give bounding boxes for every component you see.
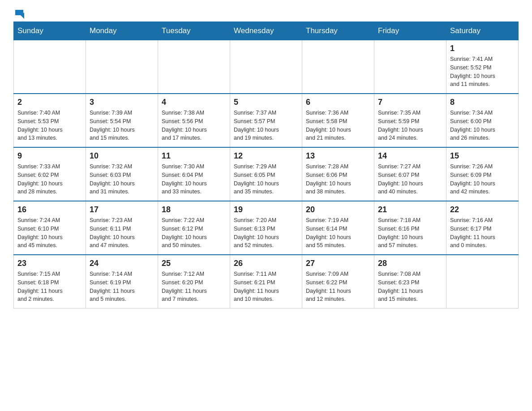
day-number: 18 xyxy=(162,205,226,214)
calendar-empty-cell xyxy=(86,40,158,94)
day-info: Sunrise: 7:14 AMSunset: 6:19 PMDaylight:… xyxy=(90,270,154,304)
day-number: 16 xyxy=(17,205,82,214)
day-info: Sunrise: 7:27 AMSunset: 6:07 PMDaylight:… xyxy=(378,163,442,196)
day-number: 24 xyxy=(90,259,154,268)
calendar-header-saturday: Saturday xyxy=(446,22,519,40)
page-header xyxy=(13,9,519,17)
day-number: 3 xyxy=(90,98,154,107)
calendar-header-monday: Monday xyxy=(86,22,158,40)
day-info: Sunrise: 7:15 AMSunset: 6:18 PMDaylight:… xyxy=(17,270,82,304)
calendar-week-row: 1Sunrise: 7:41 AMSunset: 5:52 PMDaylight… xyxy=(14,40,519,94)
day-info: Sunrise: 7:37 AMSunset: 5:57 PMDaylight:… xyxy=(234,109,298,142)
calendar-week-row: 2Sunrise: 7:40 AMSunset: 5:53 PMDaylight… xyxy=(14,94,519,147)
calendar-day-28: 28Sunrise: 7:08 AMSunset: 6:23 PMDayligh… xyxy=(374,255,446,308)
day-number: 4 xyxy=(162,98,226,107)
calendar-day-26: 26Sunrise: 7:11 AMSunset: 6:21 PMDayligh… xyxy=(230,255,302,308)
calendar-empty-cell xyxy=(14,40,86,94)
day-info: Sunrise: 7:34 AMSunset: 6:00 PMDaylight:… xyxy=(450,109,515,142)
calendar-day-7: 7Sunrise: 7:35 AMSunset: 5:59 PMDaylight… xyxy=(374,94,446,147)
calendar-day-15: 15Sunrise: 7:26 AMSunset: 6:09 PMDayligh… xyxy=(446,147,519,201)
calendar-header-sunday: Sunday xyxy=(14,22,86,40)
calendar-table: SundayMondayTuesdayWednesdayThursdayFrid… xyxy=(13,21,519,308)
day-number: 26 xyxy=(234,259,298,268)
day-info: Sunrise: 7:32 AMSunset: 6:03 PMDaylight:… xyxy=(90,163,154,196)
calendar-header-wednesday: Wednesday xyxy=(230,22,302,40)
day-number: 10 xyxy=(90,151,154,161)
calendar-day-4: 4Sunrise: 7:38 AMSunset: 5:56 PMDaylight… xyxy=(158,94,230,147)
day-info: Sunrise: 7:11 AMSunset: 6:21 PMDaylight:… xyxy=(234,270,298,304)
day-info: Sunrise: 7:29 AMSunset: 6:05 PMDaylight:… xyxy=(234,163,298,196)
day-info: Sunrise: 7:24 AMSunset: 6:10 PMDaylight:… xyxy=(17,216,82,250)
day-number: 7 xyxy=(378,98,442,107)
day-number: 17 xyxy=(90,205,154,214)
day-info: Sunrise: 7:16 AMSunset: 6:17 PMDaylight:… xyxy=(450,216,515,250)
day-number: 8 xyxy=(450,98,515,107)
calendar-day-27: 27Sunrise: 7:09 AMSunset: 6:22 PMDayligh… xyxy=(302,255,374,308)
day-number: 1 xyxy=(450,44,515,53)
calendar-day-6: 6Sunrise: 7:36 AMSunset: 5:58 PMDaylight… xyxy=(302,94,374,147)
calendar-day-12: 12Sunrise: 7:29 AMSunset: 6:05 PMDayligh… xyxy=(230,147,302,201)
day-number: 23 xyxy=(17,259,82,268)
calendar-day-16: 16Sunrise: 7:24 AMSunset: 6:10 PMDayligh… xyxy=(14,201,86,255)
calendar-day-23: 23Sunrise: 7:15 AMSunset: 6:18 PMDayligh… xyxy=(14,255,86,308)
calendar-day-14: 14Sunrise: 7:27 AMSunset: 6:07 PMDayligh… xyxy=(374,147,446,201)
calendar-day-18: 18Sunrise: 7:22 AMSunset: 6:12 PMDayligh… xyxy=(158,201,230,255)
calendar-day-13: 13Sunrise: 7:28 AMSunset: 6:06 PMDayligh… xyxy=(302,147,374,201)
calendar-day-17: 17Sunrise: 7:23 AMSunset: 6:11 PMDayligh… xyxy=(86,201,158,255)
calendar-day-21: 21Sunrise: 7:18 AMSunset: 6:16 PMDayligh… xyxy=(374,201,446,255)
calendar-header-friday: Friday xyxy=(374,22,446,40)
day-number: 2 xyxy=(17,98,82,107)
day-number: 28 xyxy=(378,259,442,268)
calendar-week-row: 23Sunrise: 7:15 AMSunset: 6:18 PMDayligh… xyxy=(14,255,519,308)
calendar-day-20: 20Sunrise: 7:19 AMSunset: 6:14 PMDayligh… xyxy=(302,201,374,255)
logo-flag-icon xyxy=(14,9,24,19)
calendar-empty-cell xyxy=(230,40,302,94)
calendar-empty-cell xyxy=(302,40,374,94)
day-info: Sunrise: 7:39 AMSunset: 5:54 PMDaylight:… xyxy=(90,109,154,142)
day-number: 27 xyxy=(306,259,370,268)
day-number: 22 xyxy=(450,205,515,214)
calendar-empty-cell xyxy=(446,255,519,308)
day-info: Sunrise: 7:18 AMSunset: 6:16 PMDaylight:… xyxy=(378,216,442,250)
day-number: 5 xyxy=(234,98,298,107)
day-info: Sunrise: 7:40 AMSunset: 5:53 PMDaylight:… xyxy=(17,109,82,142)
day-info: Sunrise: 7:12 AMSunset: 6:20 PMDaylight:… xyxy=(162,270,226,304)
calendar-day-10: 10Sunrise: 7:32 AMSunset: 6:03 PMDayligh… xyxy=(86,147,158,201)
day-number: 14 xyxy=(378,151,442,161)
calendar-day-8: 8Sunrise: 7:34 AMSunset: 6:00 PMDaylight… xyxy=(446,94,519,147)
calendar-day-5: 5Sunrise: 7:37 AMSunset: 5:57 PMDaylight… xyxy=(230,94,302,147)
day-info: Sunrise: 7:30 AMSunset: 6:04 PMDaylight:… xyxy=(162,163,226,196)
calendar-day-2: 2Sunrise: 7:40 AMSunset: 5:53 PMDaylight… xyxy=(14,94,86,147)
calendar-day-25: 25Sunrise: 7:12 AMSunset: 6:20 PMDayligh… xyxy=(158,255,230,308)
calendar-day-19: 19Sunrise: 7:20 AMSunset: 6:13 PMDayligh… xyxy=(230,201,302,255)
calendar-empty-cell xyxy=(374,40,446,94)
day-info: Sunrise: 7:08 AMSunset: 6:23 PMDaylight:… xyxy=(378,270,442,304)
day-number: 9 xyxy=(17,151,82,161)
day-number: 15 xyxy=(450,151,515,161)
day-info: Sunrise: 7:26 AMSunset: 6:09 PMDaylight:… xyxy=(450,163,515,196)
day-number: 6 xyxy=(306,98,370,107)
day-number: 25 xyxy=(162,259,226,268)
day-info: Sunrise: 7:22 AMSunset: 6:12 PMDaylight:… xyxy=(162,216,226,250)
day-info: Sunrise: 7:28 AMSunset: 6:06 PMDaylight:… xyxy=(306,163,370,196)
day-number: 19 xyxy=(234,205,298,214)
day-info: Sunrise: 7:33 AMSunset: 6:02 PMDaylight:… xyxy=(17,163,82,196)
day-number: 13 xyxy=(306,151,370,161)
day-info: Sunrise: 7:09 AMSunset: 6:22 PMDaylight:… xyxy=(306,270,370,304)
day-info: Sunrise: 7:41 AMSunset: 5:52 PMDaylight:… xyxy=(450,55,515,89)
calendar-day-3: 3Sunrise: 7:39 AMSunset: 5:54 PMDaylight… xyxy=(86,94,158,147)
day-number: 12 xyxy=(234,151,298,161)
calendar-day-11: 11Sunrise: 7:30 AMSunset: 6:04 PMDayligh… xyxy=(158,147,230,201)
calendar-empty-cell xyxy=(158,40,230,94)
day-number: 20 xyxy=(306,205,370,214)
day-info: Sunrise: 7:23 AMSunset: 6:11 PMDaylight:… xyxy=(90,216,154,250)
calendar-day-1: 1Sunrise: 7:41 AMSunset: 5:52 PMDaylight… xyxy=(446,40,519,94)
calendar-week-row: 16Sunrise: 7:24 AMSunset: 6:10 PMDayligh… xyxy=(14,201,519,255)
day-info: Sunrise: 7:36 AMSunset: 5:58 PMDaylight:… xyxy=(306,109,370,142)
day-number: 21 xyxy=(378,205,442,214)
day-info: Sunrise: 7:19 AMSunset: 6:14 PMDaylight:… xyxy=(306,216,370,250)
day-number: 11 xyxy=(162,151,226,161)
calendar-header-row: SundayMondayTuesdayWednesdayThursdayFrid… xyxy=(14,22,519,40)
day-info: Sunrise: 7:20 AMSunset: 6:13 PMDaylight:… xyxy=(234,216,298,250)
calendar-header-tuesday: Tuesday xyxy=(158,22,230,40)
